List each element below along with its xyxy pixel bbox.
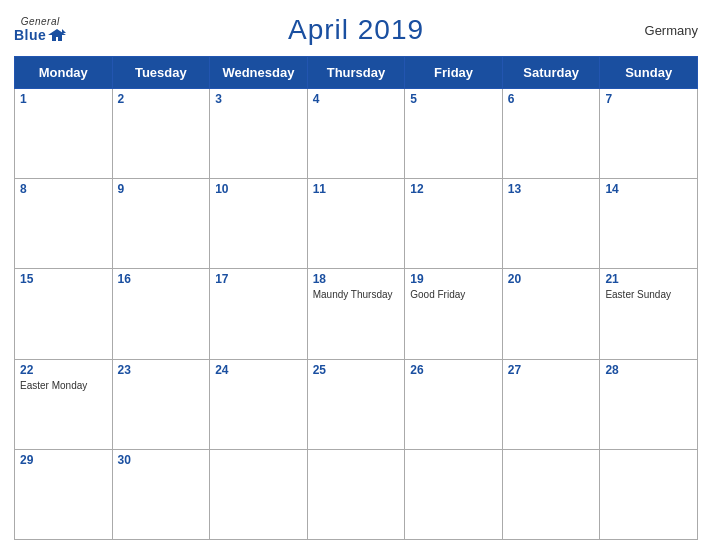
day-number: 27 <box>508 363 595 377</box>
calendar-day-cell: 25 <box>307 359 405 449</box>
calendar-week-row: 15161718Maundy Thursday19Good Friday2021… <box>15 269 698 359</box>
header-wednesday: Wednesday <box>210 57 308 89</box>
calendar-day-cell: 28 <box>600 359 698 449</box>
day-number: 7 <box>605 92 692 106</box>
logo-bird-icon <box>48 27 66 43</box>
header-monday: Monday <box>15 57 113 89</box>
day-number: 28 <box>605 363 692 377</box>
calendar-day-cell: 3 <box>210 89 308 179</box>
header-sunday: Sunday <box>600 57 698 89</box>
logo-general-text: General <box>21 17 60 27</box>
calendar-day-cell: 18Maundy Thursday <box>307 269 405 359</box>
calendar-day-cell: 9 <box>112 179 210 269</box>
calendar-day-cell: 16 <box>112 269 210 359</box>
calendar-week-row: 891011121314 <box>15 179 698 269</box>
calendar-day-cell <box>405 449 503 539</box>
weekday-header-row: Monday Tuesday Wednesday Thursday Friday… <box>15 57 698 89</box>
day-number: 19 <box>410 272 497 286</box>
calendar-day-cell: 22Easter Monday <box>15 359 113 449</box>
calendar-week-row: 22Easter Monday232425262728 <box>15 359 698 449</box>
calendar-day-cell: 17 <box>210 269 308 359</box>
calendar-day-cell: 13 <box>502 179 600 269</box>
day-number: 1 <box>20 92 107 106</box>
calendar-day-cell: 20 <box>502 269 600 359</box>
calendar-day-cell: 7 <box>600 89 698 179</box>
header-saturday: Saturday <box>502 57 600 89</box>
calendar-day-cell: 24 <box>210 359 308 449</box>
day-number: 22 <box>20 363 107 377</box>
calendar-page: General Blue April 2019 Germany Monday T… <box>0 0 712 550</box>
day-number: 26 <box>410 363 497 377</box>
holiday-label: Easter Sunday <box>605 288 692 301</box>
calendar-day-cell: 15 <box>15 269 113 359</box>
calendar-day-cell: 8 <box>15 179 113 269</box>
calendar-day-cell: 21Easter Sunday <box>600 269 698 359</box>
day-number: 13 <box>508 182 595 196</box>
calendar-day-cell: 10 <box>210 179 308 269</box>
calendar-header: General Blue April 2019 Germany <box>14 10 698 50</box>
calendar-day-cell: 29 <box>15 449 113 539</box>
calendar-day-cell: 27 <box>502 359 600 449</box>
day-number: 6 <box>508 92 595 106</box>
day-number: 21 <box>605 272 692 286</box>
header-tuesday: Tuesday <box>112 57 210 89</box>
calendar-day-cell: 19Good Friday <box>405 269 503 359</box>
holiday-label: Maundy Thursday <box>313 288 400 301</box>
day-number: 18 <box>313 272 400 286</box>
day-number: 30 <box>118 453 205 467</box>
day-number: 4 <box>313 92 400 106</box>
calendar-week-row: 2930 <box>15 449 698 539</box>
day-number: 17 <box>215 272 302 286</box>
calendar-day-cell: 12 <box>405 179 503 269</box>
calendar-day-cell: 5 <box>405 89 503 179</box>
day-number: 20 <box>508 272 595 286</box>
holiday-label: Good Friday <box>410 288 497 301</box>
calendar-week-row: 1234567 <box>15 89 698 179</box>
day-number: 24 <box>215 363 302 377</box>
calendar-table: Monday Tuesday Wednesday Thursday Friday… <box>14 56 698 540</box>
day-number: 2 <box>118 92 205 106</box>
day-number: 12 <box>410 182 497 196</box>
day-number: 29 <box>20 453 107 467</box>
day-number: 25 <box>313 363 400 377</box>
calendar-day-cell: 2 <box>112 89 210 179</box>
day-number: 8 <box>20 182 107 196</box>
logo-blue-text: Blue <box>14 28 46 42</box>
calendar-body: 123456789101112131415161718Maundy Thursd… <box>15 89 698 540</box>
day-number: 5 <box>410 92 497 106</box>
calendar-day-cell: 30 <box>112 449 210 539</box>
calendar-day-cell: 11 <box>307 179 405 269</box>
day-number: 16 <box>118 272 205 286</box>
calendar-day-cell <box>502 449 600 539</box>
header-friday: Friday <box>405 57 503 89</box>
calendar-day-cell: 26 <box>405 359 503 449</box>
day-number: 11 <box>313 182 400 196</box>
day-number: 3 <box>215 92 302 106</box>
calendar-day-cell: 23 <box>112 359 210 449</box>
calendar-day-cell <box>600 449 698 539</box>
holiday-label: Easter Monday <box>20 379 107 392</box>
logo: General Blue <box>14 17 66 43</box>
calendar-day-cell <box>210 449 308 539</box>
day-number: 15 <box>20 272 107 286</box>
calendar-day-cell: 6 <box>502 89 600 179</box>
day-number: 10 <box>215 182 302 196</box>
day-number: 9 <box>118 182 205 196</box>
header-thursday: Thursday <box>307 57 405 89</box>
svg-marker-1 <box>62 29 66 33</box>
day-number: 14 <box>605 182 692 196</box>
calendar-title: April 2019 <box>288 14 424 46</box>
day-number: 23 <box>118 363 205 377</box>
calendar-day-cell: 14 <box>600 179 698 269</box>
calendar-day-cell: 4 <box>307 89 405 179</box>
country-label: Germany <box>645 23 698 38</box>
calendar-day-cell: 1 <box>15 89 113 179</box>
calendar-day-cell <box>307 449 405 539</box>
